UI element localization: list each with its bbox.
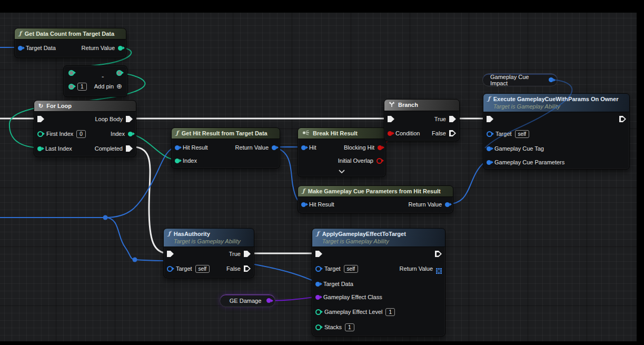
pin-return-value[interactable] <box>445 202 450 207</box>
pin-label: Last Index <box>45 145 72 152</box>
node-apply-gameplay-effect[interactable]: ƒ ApplyGameplayEffectToTargetTarget is G… <box>312 228 445 337</box>
node-header[interactable]: ƒ Make Gameplay Cue Parameters from Hit … <box>298 186 453 197</box>
pin-label: Initial Overlap <box>338 157 373 164</box>
node-get-data-count[interactable]: ƒ Get Data Count from Target Data Target… <box>14 28 126 58</box>
pin-variable-out[interactable] <box>549 77 553 82</box>
node-break-hit-result[interactable]: Break Hit Result Hit Blocking Hit Initia… <box>298 127 386 177</box>
pin-completed[interactable] <box>126 145 133 152</box>
node-title: Make Gameplay Cue Parameters from Hit Re… <box>308 188 441 195</box>
pin-label: Gameplay Cue Tag <box>494 145 544 152</box>
pin-label: Target <box>324 265 341 272</box>
variable-label: Gameplay Cue Impact <box>490 74 546 86</box>
node-for-loop[interactable]: ↻ For Loop Loop Body First Index0 Index … <box>34 100 136 157</box>
node-header[interactable]: Break Hit Result <box>298 128 385 139</box>
pin-subtract-a[interactable] <box>68 70 74 76</box>
pin-target-data[interactable] <box>18 46 23 51</box>
value-field[interactable]: self <box>195 265 210 273</box>
node-subtitle: Target is Gameplay Ability <box>174 238 241 245</box>
node-branch[interactable]: Branch True Condition False <box>384 99 460 141</box>
pin-hit[interactable] <box>301 145 306 150</box>
pin-exec-out[interactable] <box>435 251 442 257</box>
letterbox-top <box>0 0 644 13</box>
pin-subtract-out[interactable] <box>116 70 122 76</box>
pin-label: Return Value <box>82 45 115 51</box>
pin-gameplay-effect-class[interactable] <box>315 295 320 300</box>
pin-loop-body[interactable] <box>126 116 133 122</box>
node-title: Break Hit Result <box>313 130 358 137</box>
pin-exec-out[interactable] <box>619 116 626 122</box>
node-execute-gameplaycue[interactable]: ƒ Execute GameplayCueWithParams On Owner… <box>483 93 630 170</box>
pin-false[interactable] <box>449 130 456 136</box>
node-header[interactable]: ƒ ApplyGameplayEffectToTargetTarget is G… <box>312 229 445 247</box>
letterbox-bottom <box>0 341 644 345</box>
node-get-hit-result[interactable]: ƒ Get Hit Result from Target Data Hit Re… <box>171 127 280 169</box>
pin-stacks[interactable] <box>315 324 321 330</box>
pin-first-index[interactable] <box>37 131 43 137</box>
pin-label: Blocking Hit <box>344 144 374 151</box>
pin-return-value-array[interactable] <box>436 268 438 270</box>
pin-exec-in[interactable] <box>37 116 44 122</box>
pin-initial-overlap[interactable] <box>377 158 382 164</box>
node-header[interactable]: ƒ Get Hit Result from Target Data <box>172 128 280 139</box>
value-field[interactable]: 1 <box>77 83 87 91</box>
pin-target-data[interactable] <box>315 282 320 287</box>
pin-return-value[interactable] <box>272 145 276 150</box>
node-title: Get Data Count from Target Data <box>25 30 114 37</box>
pin-label: Target <box>176 265 192 272</box>
pin-variable-out[interactable] <box>266 298 271 303</box>
pin-hit-result[interactable] <box>175 145 180 150</box>
node-header[interactable]: ƒ Get Data Count from Target Data <box>15 28 126 40</box>
pin-exec-in[interactable] <box>487 116 493 122</box>
pin-return-value[interactable] <box>118 46 123 51</box>
add-pin-label: Add pin <box>94 83 114 90</box>
variable-node-gameplay-cue-impact[interactable]: Gameplay Cue Impact <box>482 73 558 86</box>
pin-condition[interactable] <box>388 131 392 136</box>
node-title: Get Hit Result from Target Data <box>182 130 267 137</box>
pin-hit-result[interactable] <box>301 202 306 207</box>
pin-label: Stacks <box>324 324 342 330</box>
pin-subtract-b[interactable] <box>68 84 74 90</box>
value-field[interactable]: self <box>344 265 359 273</box>
pin-target[interactable] <box>167 266 173 272</box>
pin-blocking-hit[interactable] <box>378 145 382 150</box>
node-has-authority[interactable]: ƒ HasAuthorityTarget is Gameplay Ability… <box>163 228 254 278</box>
pin-gameplay-effect-level[interactable] <box>315 309 321 315</box>
pin-false[interactable] <box>244 265 251 272</box>
pin-last-index[interactable] <box>37 146 42 151</box>
value-field[interactable]: self <box>515 130 530 138</box>
pin-label: Loop Body <box>95 116 123 122</box>
pin-gameplay-cue-parameters[interactable] <box>487 160 491 165</box>
pin-index[interactable] <box>175 159 180 163</box>
expand-chevron[interactable] <box>339 168 345 174</box>
pin-label: True <box>434 116 446 122</box>
value-field[interactable]: 0 <box>76 130 86 138</box>
pin-true[interactable] <box>449 116 456 122</box>
node-make-gameplay-cue-parameters[interactable]: ƒ Make Gameplay Cue Parameters from Hit … <box>298 185 453 213</box>
function-icon: ƒ <box>488 95 490 103</box>
node-subtract[interactable]: - 1 Add pin⊕ <box>63 65 127 97</box>
pin-true[interactable] <box>244 251 251 257</box>
node-subtitle: Target is Gameplay Ability <box>322 238 406 245</box>
node-title: For Loop <box>46 102 72 110</box>
pin-target[interactable] <box>487 131 492 137</box>
value-field[interactable]: 1 <box>385 308 395 316</box>
pin-label: Return Value <box>235 144 269 151</box>
pin-exec-in[interactable] <box>315 251 322 257</box>
loop-icon: ↻ <box>38 102 43 110</box>
pin-exec-in[interactable] <box>388 116 394 122</box>
node-header[interactable]: ↻ For Loop <box>34 101 136 112</box>
variable-node-ge-damage[interactable]: GE Damage <box>220 294 275 307</box>
pin-label: Target <box>496 131 512 137</box>
pin-exec-in[interactable] <box>167 251 174 257</box>
node-header[interactable]: ƒ HasAuthorityTarget is Gameplay Ability <box>164 229 254 247</box>
value-field[interactable]: 1 <box>345 323 354 331</box>
pin-index[interactable] <box>128 132 133 136</box>
pin-target[interactable] <box>315 266 321 272</box>
node-header[interactable]: ƒ Execute GameplayCueWithParams On Owner… <box>483 94 629 112</box>
function-icon: ƒ <box>176 130 179 137</box>
pin-label: First Index <box>46 131 73 137</box>
add-pin-button[interactable]: Add pin⊕ <box>94 83 122 90</box>
pin-label: Hit Result <box>183 144 208 151</box>
node-header[interactable]: Branch <box>384 100 459 111</box>
pin-gameplay-cue-tag[interactable] <box>487 146 491 151</box>
